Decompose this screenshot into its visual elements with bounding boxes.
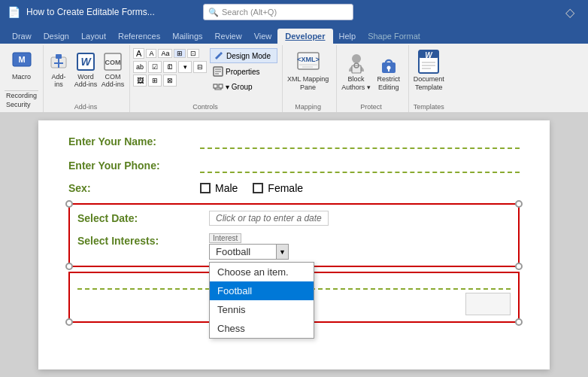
svg-rect-15 [219, 84, 223, 88]
addins-button[interactable]: Add-ins [47, 50, 71, 89]
svg-point-20 [352, 54, 361, 63]
ribbon-group-mapping: <XML> XML MappingPane Mapping [283, 45, 337, 112]
name-field-row: Enter Your Name: [68, 134, 520, 149]
svg-text:M: M [18, 55, 25, 64]
document-template-button[interactable]: W DocumentTemplate [412, 47, 446, 102]
anchor-tr [515, 200, 523, 208]
search-icon: 🔍 [208, 8, 219, 17]
anchor-bl [65, 263, 73, 270]
app-icon: 📄 [8, 6, 20, 18]
male-label: Male [215, 182, 238, 194]
com-addins-label: COMAdd-ins [102, 74, 125, 89]
anchor-br2 [515, 318, 523, 326]
female-checkbox[interactable] [253, 183, 263, 193]
anchor-br [515, 263, 523, 270]
diamond-icon: ◇ [565, 5, 574, 20]
svg-text:<XML>: <XML> [297, 56, 320, 63]
design-mode-button[interactable]: Design Mode [210, 48, 277, 63]
bottom-box [465, 293, 511, 315]
tab-developer[interactable]: Developer [277, 29, 332, 44]
recording-button[interactable]: Recording [5, 91, 38, 100]
word-addins-button[interactable]: W WordAdd-ins [74, 50, 98, 89]
date-label: Select Date: [77, 212, 202, 224]
interests-dropdown[interactable]: Interest Football ▼ Choose an item. Foot… [209, 233, 289, 260]
document-page: Enter Your Name: Enter Your Phone: Sex: … [38, 120, 550, 369]
svg-point-25 [386, 66, 390, 70]
macro-button[interactable]: M Macro [5, 47, 38, 89]
document-template-label: DocumentTemplate [414, 75, 444, 92]
templates-group-label: Templates [414, 102, 444, 112]
interests-field-row: Select Interests: Interest Football ▼ Ch… [77, 233, 511, 260]
svg-rect-3 [56, 54, 62, 59]
svg-rect-21 [352, 65, 361, 73]
ribbon-group-macro: M Macro Recording Security [3, 45, 44, 112]
ribbon-group-controls: A A Aa ⊞ ⊡ ab ☑ 🗓 ▾ ⊟ 🖼 ⊞ ⊠ [130, 45, 283, 112]
tab-view[interactable]: View [248, 29, 278, 44]
ribbon-group-templates: W DocumentTemplate Templates [409, 45, 452, 112]
svg-text:W: W [426, 51, 434, 59]
name-input-line[interactable] [200, 134, 520, 149]
word-addins-label: WordAdd-ins [74, 74, 98, 89]
female-label: Female [268, 182, 303, 194]
com-addins-button[interactable]: COM COMAdd-ins [101, 50, 125, 89]
sex-options: Male Female [200, 182, 303, 194]
dropdown-arrow-button[interactable]: ▼ [277, 244, 289, 260]
restrict-editing-button[interactable]: RestrictEditing [375, 50, 402, 93]
dropdown-option-tennis[interactable]: Tennis [210, 300, 314, 319]
dropdown-selected-value[interactable]: Football [209, 244, 277, 260]
dropdown-option-football[interactable]: Football [210, 281, 314, 300]
addins-label: Add-ins [52, 74, 66, 89]
properties-button[interactable]: Properties [210, 65, 277, 78]
tab-design[interactable]: Design [38, 29, 75, 44]
tab-mailings[interactable]: Mailings [166, 29, 208, 44]
anchor-bl2 [65, 318, 73, 326]
ribbon-group-protect: BlockAuthors ▾ RestrictEditing Protect [337, 45, 409, 112]
svg-rect-14 [214, 84, 217, 88]
date-field-row: Select Date: Click or tap to enter a dat… [77, 211, 511, 226]
male-option[interactable]: Male [200, 182, 238, 194]
name-label: Enter Your Name: [68, 135, 192, 147]
tab-draw[interactable]: Draw [6, 29, 38, 44]
svg-text:W: W [80, 56, 92, 68]
phone-input-line[interactable] [200, 158, 520, 173]
male-checkbox[interactable] [200, 183, 211, 193]
mapping-group-label: Mapping [295, 102, 321, 112]
macro-label: Macro [12, 73, 31, 81]
interest-tag: Interest [209, 233, 241, 243]
dropdown-option-chess[interactable]: Chess [210, 319, 314, 338]
anchor-tl [65, 200, 73, 208]
ribbon-group-addins: Add-ins W WordAdd-ins COM [44, 45, 130, 112]
dropdown-popup: Choose an item. Football Tennis Chess [209, 262, 314, 339]
tab-review[interactable]: Review [209, 29, 248, 44]
phone-label: Enter Your Phone: [68, 160, 192, 172]
date-placeholder[interactable]: Click or tap to enter a date [209, 211, 329, 226]
xml-mapping-button[interactable]: <XML> XML MappingPane [286, 47, 330, 102]
design-mode-label: Design Mode [226, 52, 271, 60]
properties-label: Properties [226, 68, 260, 76]
tab-shape-format[interactable]: Shape Format [362, 29, 426, 44]
macro-group-label [5, 109, 38, 112]
sex-label: Sex: [68, 182, 192, 194]
restrict-editing-label: RestrictEditing [377, 75, 401, 92]
tab-help[interactable]: Help [333, 29, 362, 44]
security-button[interactable]: Security [5, 100, 38, 109]
xml-mapping-label: XML MappingPane [287, 75, 329, 92]
phone-field-row: Enter Your Phone: [68, 158, 520, 173]
document-area: Enter Your Name: Enter Your Phone: Sex: … [0, 113, 588, 377]
female-option[interactable]: Female [253, 182, 303, 194]
group-button[interactable]: ▾ Group [210, 80, 277, 93]
red-border-section: Select Date: Click or tap to enter a dat… [68, 203, 520, 267]
block-authors-button[interactable]: BlockAuthors ▾ [340, 50, 372, 93]
search-bar[interactable]: 🔍 Search (Alt+Q) [203, 4, 353, 20]
group-label: ▾ Group [226, 83, 253, 91]
controls-group-label: Controls [133, 102, 277, 112]
protect-group-label: Protect [340, 102, 402, 112]
svg-text:COM: COM [105, 59, 121, 66]
addins-group-label: Add-ins [47, 102, 125, 112]
sex-field-row: Sex: Male Female [68, 182, 520, 194]
tab-layout[interactable]: Layout [75, 29, 112, 44]
interests-label: Select Interests: [77, 233, 202, 247]
dropdown-option-choose[interactable]: Choose an item. [210, 263, 314, 281]
tab-references[interactable]: References [112, 29, 166, 44]
block-authors-label: BlockAuthors ▾ [341, 75, 371, 92]
